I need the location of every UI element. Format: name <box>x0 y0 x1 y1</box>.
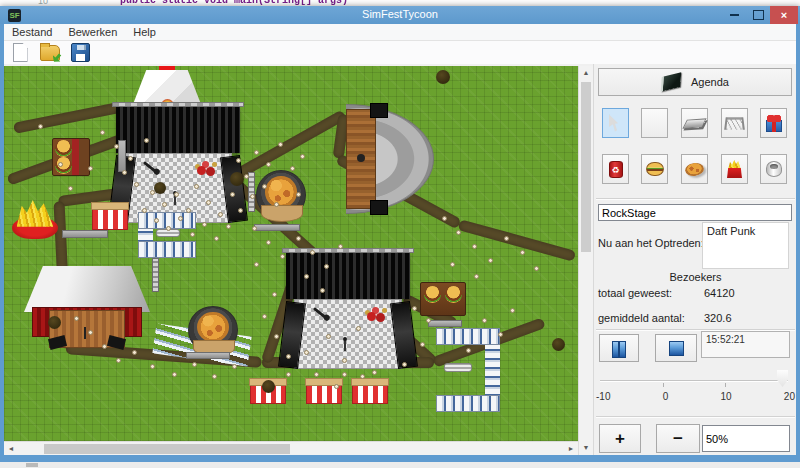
striped[interactable] <box>352 382 388 404</box>
visitor-dot <box>372 370 377 375</box>
festival-map[interactable] <box>4 66 578 441</box>
amphi-aspk <box>370 200 388 215</box>
minimize-button[interactable] <box>722 6 746 24</box>
tree <box>48 316 61 329</box>
barrier[interactable] <box>248 172 255 212</box>
visitor-dot <box>202 222 207 227</box>
pipes[interactable] <box>444 363 472 372</box>
visitor-dot <box>504 236 509 241</box>
burger[interactable] <box>420 282 466 316</box>
barn[interactable] <box>24 266 150 348</box>
visitor-dot <box>342 358 347 363</box>
stage-drums <box>362 304 390 326</box>
stage-drums <box>192 158 220 180</box>
visitor-dot <box>100 130 105 135</box>
menu-item-bestand[interactable]: Bestand <box>4 25 60 39</box>
footpath <box>458 219 577 262</box>
visitor-dot <box>194 184 199 189</box>
tool-trash-button[interactable]: ♻ <box>602 154 629 184</box>
window-controls: × <box>722 6 798 24</box>
close-button[interactable]: × <box>770 6 798 24</box>
tool-select-button[interactable] <box>602 108 629 138</box>
tool-burger-button[interactable] <box>641 154 668 184</box>
pause-button[interactable] <box>599 334 639 362</box>
fries[interactable] <box>12 200 58 246</box>
scroll-right-icon[interactable]: ► <box>564 442 578 455</box>
visitor-dot <box>498 332 503 337</box>
titlebar[interactable]: SF SimFestTycoon × <box>0 6 800 24</box>
tool-stagepiece-button[interactable] <box>681 108 708 138</box>
new-file-icon <box>13 43 28 62</box>
slider-track[interactable] <box>600 380 788 382</box>
visitor-dot <box>360 374 365 379</box>
window-body: BestandBewerkenHelp ▲ ▼ ◄ ► Agenda ♻ Nu … <box>4 24 796 455</box>
visitor-dot <box>342 372 347 377</box>
minimize-icon <box>730 14 739 16</box>
new-file-button[interactable] <box>9 43 31 63</box>
menu-item-bewerken[interactable]: Bewerken <box>60 25 125 39</box>
horizontal-scroll-thumb[interactable] <box>44 444 290 454</box>
maximize-button[interactable] <box>746 6 770 24</box>
pizza-icon <box>684 161 705 177</box>
stop-icon <box>669 341 684 356</box>
save-floppy-icon <box>71 43 90 62</box>
visitor-dot <box>442 216 447 221</box>
visitor-dot <box>304 350 309 355</box>
visitor-dot <box>132 350 137 355</box>
tool-truss-button[interactable] <box>721 108 748 138</box>
scroll-left-icon[interactable]: ◄ <box>4 442 18 455</box>
save-file-button[interactable] <box>69 43 91 63</box>
visitor-dot <box>122 170 127 175</box>
striped[interactable] <box>92 206 128 230</box>
stop-button[interactable] <box>655 334 697 362</box>
scroll-down-icon[interactable]: ▼ <box>579 441 593 455</box>
visitor-dot <box>334 384 339 389</box>
tree <box>262 380 275 393</box>
scroll-up-icon[interactable]: ▲ <box>579 66 593 80</box>
visitor-dot <box>426 318 431 323</box>
menu-item-help[interactable]: Help <box>125 25 164 39</box>
slider-tick-label: -10 <box>596 391 610 402</box>
tool-spotlight-button[interactable] <box>641 108 668 138</box>
visitor-dot <box>174 192 179 197</box>
visitor-dot <box>212 374 217 379</box>
stage[interactable] <box>282 248 414 378</box>
stage-name-input[interactable] <box>598 204 792 221</box>
now-performing-box[interactable]: Daft Punk <box>702 222 789 269</box>
horizontal-scrollbar[interactable]: ◄ ► <box>4 441 578 455</box>
visitor-dot <box>38 124 43 129</box>
visitor-dot <box>88 330 93 335</box>
bench[interactable] <box>254 224 300 231</box>
bench[interactable] <box>62 230 108 238</box>
visitor-dot <box>238 208 243 213</box>
zoom-level-input[interactable] <box>702 425 790 452</box>
slider-thumb[interactable] <box>777 370 788 387</box>
visitor-dot <box>172 372 177 377</box>
window-title: SimFestTycoon <box>0 8 800 20</box>
agenda-button[interactable]: Agenda <box>598 68 792 96</box>
burger[interactable] <box>52 138 90 176</box>
tool-tp-button[interactable] <box>760 154 787 184</box>
bench[interactable] <box>118 140 126 172</box>
tool-fries-button[interactable] <box>721 154 748 184</box>
zoom-out-button[interactable]: − <box>656 424 700 453</box>
barrier[interactable] <box>152 258 159 292</box>
pizza[interactable] <box>188 306 238 354</box>
total-visitors-label: totaal geweest: <box>598 287 672 299</box>
pause-icon <box>612 341 626 356</box>
speed-slider[interactable] <box>600 369 788 389</box>
tool-pizza-button[interactable] <box>681 154 708 184</box>
visitor-dot <box>474 274 479 279</box>
visitor-dot <box>128 156 133 161</box>
visitor-dot <box>144 138 149 143</box>
tool-gift-button[interactable] <box>760 108 787 138</box>
average-visitors-value: 320.6 <box>704 312 732 324</box>
bench[interactable] <box>428 320 462 327</box>
bench[interactable] <box>186 352 230 359</box>
visitor-dot <box>218 212 223 217</box>
vertical-scrollbar[interactable]: ▲ ▼ <box>578 66 593 455</box>
stage[interactable] <box>112 102 244 230</box>
open-file-button[interactable] <box>39 43 61 63</box>
vertical-scroll-thumb[interactable] <box>581 82 591 252</box>
zoom-in-button[interactable]: + <box>599 424 641 453</box>
